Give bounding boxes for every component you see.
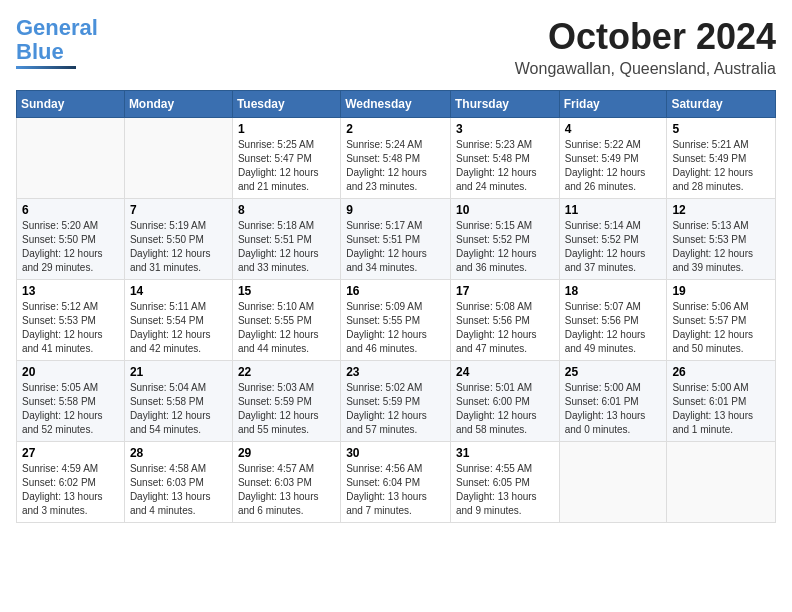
logo-general: General: [16, 15, 98, 40]
day-info: Sunrise: 5:01 AMSunset: 6:00 PMDaylight:…: [456, 381, 554, 437]
day-number: 31: [456, 446, 554, 460]
calendar-cell: 30 Sunrise: 4:56 AMSunset: 6:04 PMDaylig…: [341, 442, 451, 523]
calendar-cell: 26 Sunrise: 5:00 AMSunset: 6:01 PMDaylig…: [667, 361, 776, 442]
header-sunday: Sunday: [17, 91, 125, 118]
day-number: 8: [238, 203, 335, 217]
logo-text: General Blue: [16, 16, 98, 64]
day-number: 13: [22, 284, 119, 298]
day-info: Sunrise: 5:23 AMSunset: 5:48 PMDaylight:…: [456, 138, 554, 194]
calendar-cell: 20 Sunrise: 5:05 AMSunset: 5:58 PMDaylig…: [17, 361, 125, 442]
day-number: 6: [22, 203, 119, 217]
logo-blue: Blue: [16, 39, 64, 64]
day-info: Sunrise: 5:24 AMSunset: 5:48 PMDaylight:…: [346, 138, 445, 194]
day-number: 3: [456, 122, 554, 136]
day-number: 16: [346, 284, 445, 298]
calendar-cell: [124, 118, 232, 199]
header-thursday: Thursday: [450, 91, 559, 118]
day-number: 26: [672, 365, 770, 379]
calendar-cell: 9 Sunrise: 5:17 AMSunset: 5:51 PMDayligh…: [341, 199, 451, 280]
day-number: 30: [346, 446, 445, 460]
calendar-cell: 13 Sunrise: 5:12 AMSunset: 5:53 PMDaylig…: [17, 280, 125, 361]
header-tuesday: Tuesday: [232, 91, 340, 118]
calendar-cell: 29 Sunrise: 4:57 AMSunset: 6:03 PMDaylig…: [232, 442, 340, 523]
day-number: 10: [456, 203, 554, 217]
logo: General Blue: [16, 16, 98, 69]
page-header: General Blue October 2024 Wongawallan, Q…: [16, 16, 776, 78]
day-info: Sunrise: 4:57 AMSunset: 6:03 PMDaylight:…: [238, 462, 335, 518]
calendar-cell: 27 Sunrise: 4:59 AMSunset: 6:02 PMDaylig…: [17, 442, 125, 523]
day-info: Sunrise: 5:08 AMSunset: 5:56 PMDaylight:…: [456, 300, 554, 356]
calendar-cell: 24 Sunrise: 5:01 AMSunset: 6:00 PMDaylig…: [450, 361, 559, 442]
day-number: 5: [672, 122, 770, 136]
calendar-cell: 15 Sunrise: 5:10 AMSunset: 5:55 PMDaylig…: [232, 280, 340, 361]
day-info: Sunrise: 4:58 AMSunset: 6:03 PMDaylight:…: [130, 462, 227, 518]
day-info: Sunrise: 4:59 AMSunset: 6:02 PMDaylight:…: [22, 462, 119, 518]
calendar-cell: 4 Sunrise: 5:22 AMSunset: 5:49 PMDayligh…: [559, 118, 667, 199]
day-info: Sunrise: 5:17 AMSunset: 5:51 PMDaylight:…: [346, 219, 445, 275]
day-info: Sunrise: 5:15 AMSunset: 5:52 PMDaylight:…: [456, 219, 554, 275]
day-info: Sunrise: 5:19 AMSunset: 5:50 PMDaylight:…: [130, 219, 227, 275]
day-number: 1: [238, 122, 335, 136]
day-number: 20: [22, 365, 119, 379]
day-number: 21: [130, 365, 227, 379]
calendar-cell: 17 Sunrise: 5:08 AMSunset: 5:56 PMDaylig…: [450, 280, 559, 361]
calendar-cell: 16 Sunrise: 5:09 AMSunset: 5:55 PMDaylig…: [341, 280, 451, 361]
day-info: Sunrise: 5:04 AMSunset: 5:58 PMDaylight:…: [130, 381, 227, 437]
calendar-cell: 14 Sunrise: 5:11 AMSunset: 5:54 PMDaylig…: [124, 280, 232, 361]
day-info: Sunrise: 5:00 AMSunset: 6:01 PMDaylight:…: [565, 381, 662, 437]
day-info: Sunrise: 5:13 AMSunset: 5:53 PMDaylight:…: [672, 219, 770, 275]
day-info: Sunrise: 4:56 AMSunset: 6:04 PMDaylight:…: [346, 462, 445, 518]
month-title: October 2024: [515, 16, 776, 58]
calendar-cell: 11 Sunrise: 5:14 AMSunset: 5:52 PMDaylig…: [559, 199, 667, 280]
day-number: 22: [238, 365, 335, 379]
day-number: 18: [565, 284, 662, 298]
day-info: Sunrise: 5:11 AMSunset: 5:54 PMDaylight:…: [130, 300, 227, 356]
day-info: Sunrise: 5:06 AMSunset: 5:57 PMDaylight:…: [672, 300, 770, 356]
day-number: 2: [346, 122, 445, 136]
day-number: 28: [130, 446, 227, 460]
calendar-week-5: 27 Sunrise: 4:59 AMSunset: 6:02 PMDaylig…: [17, 442, 776, 523]
calendar-cell: 12 Sunrise: 5:13 AMSunset: 5:53 PMDaylig…: [667, 199, 776, 280]
calendar-cell: 6 Sunrise: 5:20 AMSunset: 5:50 PMDayligh…: [17, 199, 125, 280]
day-info: Sunrise: 5:10 AMSunset: 5:55 PMDaylight:…: [238, 300, 335, 356]
day-number: 24: [456, 365, 554, 379]
calendar-cell: 21 Sunrise: 5:04 AMSunset: 5:58 PMDaylig…: [124, 361, 232, 442]
day-info: Sunrise: 5:12 AMSunset: 5:53 PMDaylight:…: [22, 300, 119, 356]
location-title: Wongawallan, Queensland, Australia: [515, 60, 776, 78]
header-wednesday: Wednesday: [341, 91, 451, 118]
day-info: Sunrise: 5:03 AMSunset: 5:59 PMDaylight:…: [238, 381, 335, 437]
day-number: 23: [346, 365, 445, 379]
day-info: Sunrise: 5:07 AMSunset: 5:56 PMDaylight:…: [565, 300, 662, 356]
calendar-week-2: 6 Sunrise: 5:20 AMSunset: 5:50 PMDayligh…: [17, 199, 776, 280]
day-info: Sunrise: 4:55 AMSunset: 6:05 PMDaylight:…: [456, 462, 554, 518]
day-info: Sunrise: 5:14 AMSunset: 5:52 PMDaylight:…: [565, 219, 662, 275]
calendar-cell: 1 Sunrise: 5:25 AMSunset: 5:47 PMDayligh…: [232, 118, 340, 199]
day-info: Sunrise: 5:25 AMSunset: 5:47 PMDaylight:…: [238, 138, 335, 194]
day-info: Sunrise: 5:00 AMSunset: 6:01 PMDaylight:…: [672, 381, 770, 437]
day-info: Sunrise: 5:05 AMSunset: 5:58 PMDaylight:…: [22, 381, 119, 437]
day-number: 14: [130, 284, 227, 298]
day-number: 11: [565, 203, 662, 217]
day-info: Sunrise: 5:20 AMSunset: 5:50 PMDaylight:…: [22, 219, 119, 275]
day-info: Sunrise: 5:18 AMSunset: 5:51 PMDaylight:…: [238, 219, 335, 275]
calendar-cell: 7 Sunrise: 5:19 AMSunset: 5:50 PMDayligh…: [124, 199, 232, 280]
day-number: 9: [346, 203, 445, 217]
calendar-header-row: Sunday Monday Tuesday Wednesday Thursday…: [17, 91, 776, 118]
calendar-cell: [559, 442, 667, 523]
calendar-cell: [17, 118, 125, 199]
calendar-cell: 3 Sunrise: 5:23 AMSunset: 5:48 PMDayligh…: [450, 118, 559, 199]
day-number: 27: [22, 446, 119, 460]
day-info: Sunrise: 5:09 AMSunset: 5:55 PMDaylight:…: [346, 300, 445, 356]
calendar-cell: 25 Sunrise: 5:00 AMSunset: 6:01 PMDaylig…: [559, 361, 667, 442]
day-info: Sunrise: 5:22 AMSunset: 5:49 PMDaylight:…: [565, 138, 662, 194]
day-number: 7: [130, 203, 227, 217]
day-number: 4: [565, 122, 662, 136]
day-info: Sunrise: 5:21 AMSunset: 5:49 PMDaylight:…: [672, 138, 770, 194]
day-info: Sunrise: 5:02 AMSunset: 5:59 PMDaylight:…: [346, 381, 445, 437]
logo-divider: [16, 66, 76, 69]
header-friday: Friday: [559, 91, 667, 118]
day-number: 29: [238, 446, 335, 460]
calendar-cell: 22 Sunrise: 5:03 AMSunset: 5:59 PMDaylig…: [232, 361, 340, 442]
calendar-cell: 19 Sunrise: 5:06 AMSunset: 5:57 PMDaylig…: [667, 280, 776, 361]
day-number: 12: [672, 203, 770, 217]
